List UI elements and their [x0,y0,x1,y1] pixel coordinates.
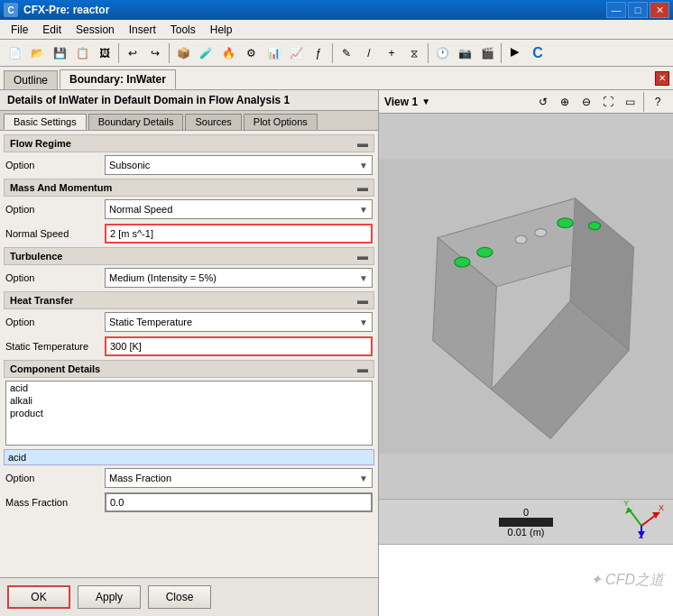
turbulence-collapse[interactable]: ▬ [357,250,368,262]
component-option-dropdown[interactable]: Mass Fraction ▼ [105,468,373,488]
details-suffix: in Flow Analysis 1 [193,94,290,106]
view-help-button[interactable]: ? [648,92,668,112]
apply-button[interactable]: Apply [78,585,141,609]
sub-tab-boundary-details[interactable]: Boundary Details [88,114,184,130]
heat-transfer-option-label: Option [5,317,105,327]
menu-edit[interactable]: Edit [35,22,69,38]
component-product[interactable]: product [6,407,372,419]
open-button[interactable]: 📂 [26,42,48,64]
toolbar-btn-19[interactable]: 🕐 [431,42,453,64]
toolbar-btn-10[interactable]: 🔥 [217,42,239,64]
details-object: InWater [59,94,98,106]
flow-regime-dropdown-arrow: ▼ [359,161,368,170]
sub-tab-plot-options[interactable]: Plot Options [244,114,318,130]
toolbar-btn-9[interactable]: 🧪 [195,42,217,64]
zoom-out-button[interactable]: ⊖ [576,92,596,112]
mass-momentum-option-dropdown[interactable]: Normal Speed ▼ [105,199,373,219]
toolbar-btn-21[interactable]: 🎬 [476,42,498,64]
svg-point-8 [515,235,527,244]
zoom-in-button[interactable]: ⊕ [555,92,575,112]
mass-momentum-section-header[interactable]: Mass And Momentum ▬ [4,179,374,197]
new-button[interactable]: 📄 [4,42,25,64]
heat-transfer-collapse[interactable]: ▬ [357,294,368,307]
rotate-button[interactable]: ↺ [533,92,553,112]
heat-transfer-option-row: Option Static Temperature ▼ [4,311,374,333]
sub-tab-basic-settings[interactable]: Basic Settings [4,114,87,130]
view-dropdown-arrow[interactable]: ▼ [421,97,430,106]
component-alkali[interactable]: alkali [6,394,372,407]
heat-transfer-section-header[interactable]: Heat Transfer ▬ [4,291,374,309]
toolbar-sep-5 [501,43,502,63]
flow-regime-collapse[interactable]: ▬ [357,137,368,150]
title-bar: C CFX-Pre: reactor — □ ✕ [0,0,673,20]
toolbar-btn-20[interactable]: 📷 [454,42,475,64]
svg-point-10 [589,222,601,230]
undo-button[interactable]: ↩ [122,42,143,64]
mass-fraction-row: Mass Fraction [4,492,374,513]
normal-speed-input[interactable] [105,224,373,244]
tab-close-button[interactable]: ✕ [655,71,669,86]
panel-header: Details of InWater in Default Domain in … [0,90,378,111]
save-as-button[interactable]: 📋 [71,42,93,64]
view-options-button[interactable]: ▭ [620,92,640,112]
menu-help[interactable]: Help [203,22,240,38]
toolbar-btn-13[interactable]: 📈 [285,42,307,64]
toolbar-btn-5[interactable]: 🖼 [94,42,115,64]
menu-session[interactable]: Session [69,22,122,38]
ok-button[interactable]: OK [7,585,70,609]
mass-fraction-input[interactable] [105,492,373,512]
tab-row: Outline Boundary: InWater ✕ [0,67,673,90]
menu-insert[interactable]: Insert [122,22,163,38]
toolbar-btn-12[interactable]: 📊 [263,42,284,64]
menu-file[interactable]: File [4,22,35,38]
toolbar-sep-3 [332,43,333,63]
toolbar-btn-14[interactable]: ƒ [308,42,329,64]
flow-regime-option-label: Option [5,160,105,170]
main-layout: Details of InWater in Default Domain in … [0,90,673,616]
toolbar-btn-17[interactable]: + [381,42,402,64]
toolbar-btn-16[interactable]: / [358,42,380,64]
toolbar-btn-15[interactable]: ✎ [336,42,357,64]
toolbar-btn-23[interactable]: C [527,42,549,64]
turbulence-option-dropdown[interactable]: Medium (Intensity = 5%) ▼ [105,268,373,288]
title-bar-left: C CFX-Pre: reactor [4,3,109,17]
menu-tools[interactable]: Tools [163,22,203,38]
close-button[interactable]: Close [148,585,211,609]
zoom-fit-button[interactable]: ⛶ [598,92,618,112]
component-acid[interactable]: acid [6,382,372,394]
tab-boundary[interactable]: Boundary: InWater [60,69,176,89]
toolbar-btn-18[interactable]: ⧖ [403,42,425,64]
turbulence-option-row: Option Medium (Intensity = 5%) ▼ [4,267,374,289]
turbulence-dropdown-arrow: ▼ [359,273,368,283]
minimize-button[interactable]: — [606,2,626,18]
flow-regime-section-header[interactable]: Flow Regime ▬ [4,134,374,152]
form-content: Flow Regime ▬ Option Subsonic ▼ Mass And… [0,131,378,577]
save-button[interactable]: 💾 [49,42,70,64]
component-details-collapse[interactable]: ▬ [357,363,368,375]
redo-button[interactable]: ↪ [144,42,166,64]
app-close-button[interactable]: ✕ [650,2,669,18]
mass-momentum-collapse[interactable]: ▬ [357,181,368,194]
heat-transfer-option-dropdown[interactable]: Static Temperature ▼ [105,312,373,332]
toolbar-btn-22[interactable]: ⯈ [504,42,526,64]
toolbar-btn-8[interactable]: 📦 [172,42,194,64]
component-list-row: acid alkali product [4,380,374,446]
component-details-section-header[interactable]: Component Details ▬ [4,360,374,378]
flow-regime-option-dropdown[interactable]: Subsonic ▼ [105,155,373,175]
component-list[interactable]: acid alkali product [5,381,373,446]
static-temp-input[interactable] [105,336,373,356]
tab-outline[interactable]: Outline [4,70,58,89]
component-option-label: Option [5,473,105,483]
menu-bar: File Edit Session Insert Tools Help [0,20,673,40]
title-bar-controls[interactable]: — □ ✕ [606,2,669,18]
details-domain: Default Domain [114,94,193,106]
details-prefix: Details of [7,94,59,106]
turbulence-section-header[interactable]: Turbulence ▬ [4,247,374,265]
maximize-button[interactable]: □ [628,2,648,18]
scale-area: 0 0.01 (m) Y X Z [379,499,673,544]
sub-tab-sources[interactable]: Sources [185,114,241,130]
toolbar-btn-11[interactable]: ⚙ [240,42,262,64]
component-option-control: Mass Fraction ▼ [105,468,373,488]
static-temp-control [105,336,373,356]
normal-speed-control [105,224,373,244]
